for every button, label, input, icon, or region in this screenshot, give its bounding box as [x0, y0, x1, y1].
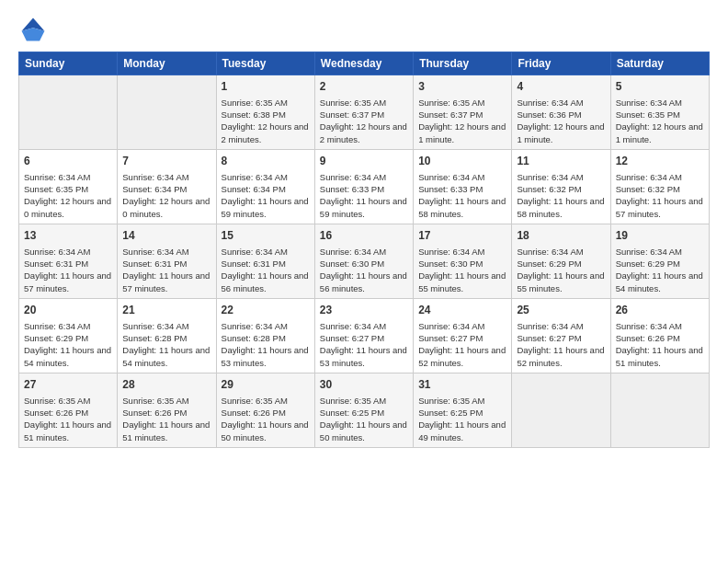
day-info: Sunset: 6:26 PM: [24, 407, 112, 419]
day-info: Daylight: 11 hours and 59 minutes.: [320, 195, 408, 220]
day-info: Sunrise: 6:34 AM: [320, 171, 408, 183]
day-info: Sunrise: 6:34 AM: [418, 320, 506, 332]
day-info: Sunset: 6:28 PM: [122, 332, 210, 344]
day-number: 18: [517, 228, 605, 244]
day-number: 25: [517, 303, 605, 318]
calendar-cell: 24Sunrise: 6:34 AMSunset: 6:27 PMDayligh…: [414, 298, 512, 373]
day-info: Sunrise: 6:34 AM: [222, 171, 310, 183]
day-number: 27: [24, 377, 112, 393]
day-number: 9: [320, 154, 408, 169]
day-info: Sunset: 6:30 PM: [418, 258, 506, 270]
calendar-cell: 12Sunrise: 6:34 AMSunset: 6:32 PMDayligh…: [610, 149, 709, 224]
day-info: Sunrise: 6:35 AM: [320, 395, 408, 407]
day-info: Daylight: 12 hours and 0 minutes.: [24, 195, 112, 220]
day-info: Daylight: 11 hours and 57 minutes.: [616, 195, 704, 220]
day-number: 28: [122, 377, 210, 393]
day-info: Daylight: 11 hours and 52 minutes.: [517, 344, 605, 369]
day-info: Daylight: 11 hours and 55 minutes.: [517, 270, 605, 294]
calendar-cell: 14Sunrise: 6:34 AMSunset: 6:31 PMDayligh…: [118, 224, 216, 298]
day-info: Sunset: 6:29 PM: [24, 332, 112, 344]
day-info: Daylight: 11 hours and 55 minutes.: [418, 270, 506, 294]
day-info: Sunrise: 6:34 AM: [616, 320, 704, 332]
day-number: 19: [616, 228, 704, 244]
day-info: Sunset: 6:35 PM: [24, 183, 112, 195]
day-info: Sunset: 6:33 PM: [418, 183, 506, 195]
calendar-cell: [610, 373, 709, 447]
day-info: Daylight: 11 hours and 56 minutes.: [222, 270, 310, 294]
calendar-cell: 15Sunrise: 6:34 AMSunset: 6:31 PMDayligh…: [216, 224, 314, 298]
day-info: Sunset: 6:26 PM: [222, 407, 310, 419]
calendar-cell: 18Sunrise: 6:34 AMSunset: 6:29 PMDayligh…: [512, 224, 610, 298]
day-info: Sunrise: 6:34 AM: [24, 246, 112, 258]
calendar-cell: 29Sunrise: 6:35 AMSunset: 6:26 PMDayligh…: [216, 373, 314, 447]
calendar-cell: 23Sunrise: 6:34 AMSunset: 6:27 PMDayligh…: [314, 298, 413, 373]
day-info: Sunrise: 6:35 AM: [122, 395, 210, 407]
day-info: Sunset: 6:37 PM: [418, 109, 506, 121]
calendar-cell: 3Sunrise: 6:35 AMSunset: 6:37 PMDaylight…: [414, 75, 512, 150]
day-info: Sunset: 6:26 PM: [616, 332, 704, 344]
day-info: Sunrise: 6:35 AM: [418, 97, 506, 109]
day-number: 14: [122, 228, 210, 244]
day-info: Daylight: 11 hours and 50 minutes.: [222, 419, 310, 443]
day-info: Sunrise: 6:34 AM: [517, 97, 605, 109]
page-header: [18, 15, 710, 44]
day-info: Sunrise: 6:34 AM: [24, 320, 112, 332]
calendar-header-row: SundayMondayTuesdayWednesdayThursdayFrid…: [19, 52, 710, 75]
day-number: 21: [122, 303, 210, 318]
calendar-cell: 5Sunrise: 6:34 AMSunset: 6:35 PMDaylight…: [610, 75, 709, 150]
day-number: 2: [320, 79, 408, 95]
calendar-cell: 28Sunrise: 6:35 AMSunset: 6:26 PMDayligh…: [118, 373, 216, 447]
day-number: 5: [616, 79, 704, 95]
day-info: Sunset: 6:32 PM: [517, 183, 605, 195]
day-number: 17: [418, 228, 506, 244]
day-info: Sunrise: 6:34 AM: [24, 171, 112, 183]
day-info: Sunset: 6:28 PM: [222, 332, 310, 344]
day-info: Sunrise: 6:34 AM: [320, 246, 408, 258]
day-info: Sunset: 6:31 PM: [24, 258, 112, 270]
logo-icon: [18, 15, 48, 44]
day-info: Sunset: 6:27 PM: [320, 332, 408, 344]
day-info: Daylight: 11 hours and 59 minutes.: [222, 195, 310, 220]
day-info: Daylight: 11 hours and 58 minutes.: [418, 195, 506, 220]
day-number: 30: [320, 377, 408, 393]
calendar-cell: [118, 75, 216, 150]
day-number: 8: [222, 154, 310, 169]
calendar-cell: 8Sunrise: 6:34 AMSunset: 6:34 PMDaylight…: [216, 149, 314, 224]
calendar-cell: 26Sunrise: 6:34 AMSunset: 6:26 PMDayligh…: [610, 298, 709, 373]
day-info: Sunrise: 6:34 AM: [122, 320, 210, 332]
day-info: Daylight: 11 hours and 53 minutes.: [320, 344, 408, 369]
day-info: Daylight: 11 hours and 58 minutes.: [517, 195, 605, 220]
day-number: 20: [24, 303, 112, 318]
calendar-cell: [512, 373, 610, 447]
day-info: Daylight: 11 hours and 50 minutes.: [320, 419, 408, 443]
calendar-col-thursday: Thursday: [414, 52, 512, 75]
day-info: Sunset: 6:37 PM: [320, 109, 408, 121]
day-info: Sunrise: 6:34 AM: [517, 320, 605, 332]
day-info: Daylight: 11 hours and 51 minutes.: [24, 419, 112, 443]
calendar-cell: 4Sunrise: 6:34 AMSunset: 6:36 PMDaylight…: [512, 75, 610, 150]
day-info: Sunset: 6:26 PM: [122, 407, 210, 419]
day-info: Sunrise: 6:34 AM: [122, 171, 210, 183]
calendar-cell: 21Sunrise: 6:34 AMSunset: 6:28 PMDayligh…: [118, 298, 216, 373]
day-info: Sunset: 6:31 PM: [222, 258, 310, 270]
calendar-week-row: 13Sunrise: 6:34 AMSunset: 6:31 PMDayligh…: [19, 224, 710, 298]
day-info: Daylight: 11 hours and 56 minutes.: [320, 270, 408, 294]
calendar-col-friday: Friday: [512, 52, 610, 75]
day-info: Sunrise: 6:34 AM: [222, 320, 310, 332]
day-info: Sunrise: 6:34 AM: [616, 246, 704, 258]
day-info: Daylight: 12 hours and 2 minutes.: [222, 121, 310, 145]
day-info: Sunset: 6:29 PM: [517, 258, 605, 270]
calendar-col-saturday: Saturday: [610, 52, 709, 75]
day-number: 4: [517, 79, 605, 95]
calendar-col-sunday: Sunday: [19, 52, 118, 75]
day-info: Sunset: 6:25 PM: [320, 407, 408, 419]
day-info: Daylight: 12 hours and 1 minute.: [616, 121, 704, 145]
calendar-table: SundayMondayTuesdayWednesdayThursdayFrid…: [18, 52, 710, 448]
day-info: Daylight: 12 hours and 2 minutes.: [320, 121, 408, 145]
calendar-cell: 9Sunrise: 6:34 AMSunset: 6:33 PMDaylight…: [314, 149, 413, 224]
day-number: 22: [222, 303, 310, 318]
day-info: Sunset: 6:38 PM: [222, 109, 310, 121]
day-info: Sunrise: 6:34 AM: [616, 97, 704, 109]
day-number: 23: [320, 303, 408, 318]
day-info: Sunset: 6:27 PM: [517, 332, 605, 344]
